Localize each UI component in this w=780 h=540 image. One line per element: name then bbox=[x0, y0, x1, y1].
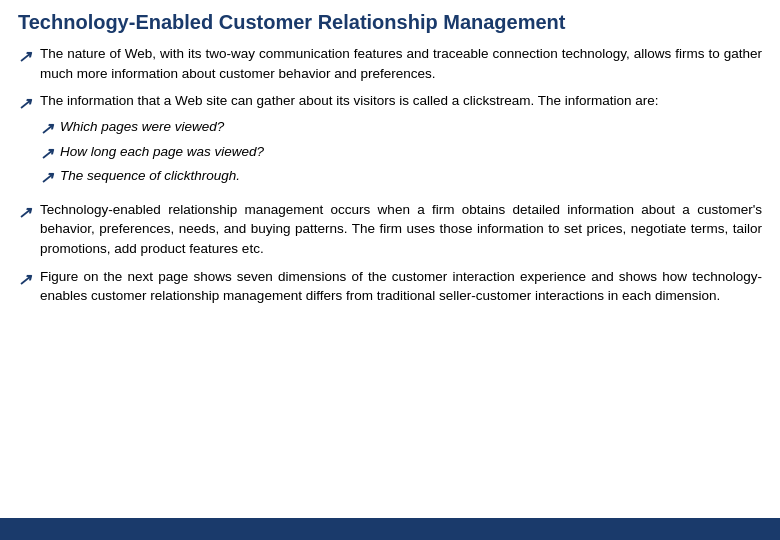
bullet-arrow-icon: ↗ bbox=[18, 45, 40, 68]
sub-bullet-arrow-icon: ↗ bbox=[40, 142, 60, 165]
bullet-text: The information that a Web site can gath… bbox=[40, 91, 762, 111]
bullet-arrow-icon: ↗ bbox=[18, 268, 40, 291]
page-container: Technology-Enabled Customer Relationship… bbox=[0, 0, 780, 540]
list-item: ↗ How long each page was viewed? bbox=[40, 142, 264, 165]
list-item: ↗ The sequence of clickthrough. bbox=[40, 166, 264, 189]
sub-bullet-text: The sequence of clickthrough. bbox=[60, 166, 264, 186]
page-title: Technology-Enabled Customer Relationship… bbox=[18, 10, 762, 34]
bullet-text: Figure on the next page shows seven dime… bbox=[40, 267, 762, 306]
bullet-text: The nature of Web, with its two-way comm… bbox=[40, 44, 762, 83]
sub-bullet-text: How long each page was viewed? bbox=[60, 142, 264, 162]
bullet-arrow-icon: ↗ bbox=[18, 92, 40, 115]
list-item: ↗ Figure on the next page shows seven di… bbox=[18, 267, 762, 306]
bullet-text: Technology-enabled relationship manageme… bbox=[40, 200, 762, 259]
sub-bullet-arrow-icon: ↗ bbox=[40, 117, 60, 140]
list-item: ↗ Which pages were viewed? bbox=[40, 117, 264, 140]
sub-bullet-list: ↗ Which pages were viewed? ↗ How long ea… bbox=[40, 117, 264, 190]
main-bullet-list: ↗ The nature of Web, with its two-way co… bbox=[18, 44, 762, 306]
list-item: ↗ The information that a Web site can ga… bbox=[18, 91, 762, 192]
sub-bullet-arrow-icon: ↗ bbox=[40, 166, 60, 189]
bullet-arrow-icon: ↗ bbox=[18, 201, 40, 224]
sub-bullet-text: Which pages were viewed? bbox=[60, 117, 264, 137]
list-item: ↗ Technology-enabled relationship manage… bbox=[18, 200, 762, 259]
list-item: ↗ The nature of Web, with its two-way co… bbox=[18, 44, 762, 83]
content-area: Technology-Enabled Customer Relationship… bbox=[0, 0, 780, 518]
footer-bar bbox=[0, 518, 780, 540]
